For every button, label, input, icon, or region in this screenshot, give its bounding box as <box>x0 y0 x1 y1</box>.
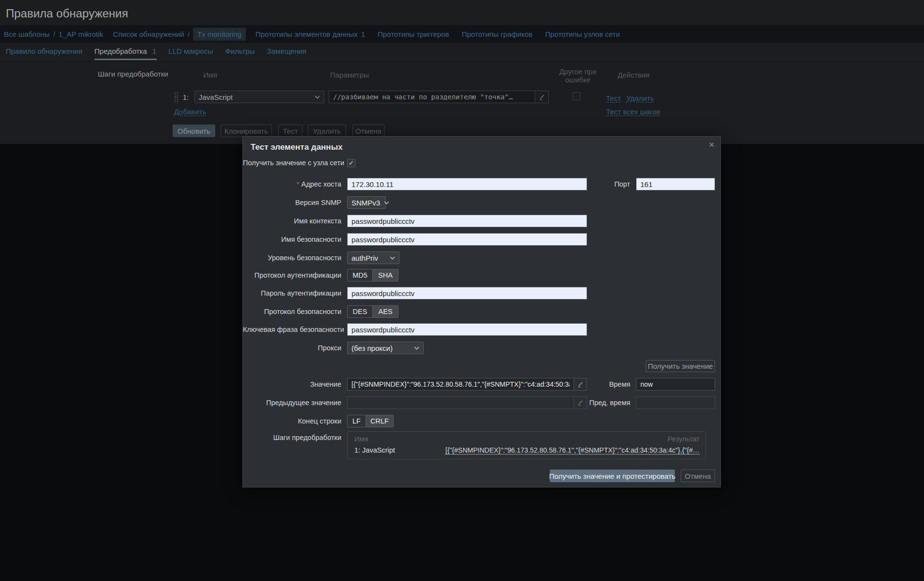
column-header-parameters: Параметры <box>330 71 369 79</box>
tab-overrides[interactable]: Замещения <box>267 47 306 60</box>
proxy-select[interactable]: (без прокси) <box>347 342 424 354</box>
port-label: Порт <box>588 178 630 190</box>
test-all-steps-link[interactable]: Тест всех шагов <box>606 108 660 116</box>
context-name-label: Имя контекста <box>243 215 341 227</box>
on-fail-label-line1: Другое при <box>556 67 600 76</box>
breadcrumb-discovery-list[interactable]: Список обнаружений <box>113 30 184 38</box>
auth-protocol-md5-option[interactable]: MD5 <box>348 269 372 281</box>
steps-column-result: Результат <box>668 435 700 443</box>
tab-preprocessing-label: Предобработка <box>95 47 147 55</box>
breadcrumb-separator: / <box>53 30 55 38</box>
value-input[interactable] <box>347 378 574 391</box>
auth-protocol-segmented: MD5 SHA <box>347 269 398 282</box>
edit-value-pencil-icon[interactable] <box>574 378 587 391</box>
pencil-icon <box>577 381 584 388</box>
required-asterisk: * <box>297 180 300 188</box>
security-name-label: Имя безопасности <box>243 233 341 246</box>
auth-protocol-sha-option[interactable]: SHA <box>372 269 398 281</box>
on-fail-label-line2: ошибке <box>556 76 600 84</box>
add-step-link[interactable]: Добавить <box>174 108 206 116</box>
security-level-label: Уровень безопасности <box>243 251 341 264</box>
privacy-protocol-aes-option[interactable]: AES <box>372 306 398 317</box>
eol-lf-option[interactable]: LF <box>348 415 366 427</box>
privacy-passphrase-label: Ключевая фраза безопасности <box>243 323 341 336</box>
chevron-down-icon <box>384 201 389 204</box>
context-name-input[interactable] <box>347 215 587 227</box>
security-level-select[interactable]: authPriv <box>347 251 399 264</box>
nav-graph-prototypes[interactable]: Прототипы графиков <box>462 30 532 38</box>
host-address-label-text: Адрес хоста <box>302 180 341 188</box>
preprocessing-steps-result-box: Имя Результат 1: JavaScript [{"{#SNMPIND… <box>347 431 706 459</box>
auth-protocol-label: Протокол аутентификации <box>243 269 341 282</box>
step-delete-link[interactable]: Удалить <box>626 94 654 102</box>
on-fail-checkbox[interactable] <box>573 92 581 100</box>
port-input[interactable] <box>636 178 715 190</box>
close-icon[interactable]: ✕ <box>707 140 717 150</box>
get-value-and-test-button[interactable]: Получить значение и протестировать <box>550 470 675 482</box>
tab-discovery-rule[interactable]: Правило обнаружения <box>6 47 82 60</box>
eol-crlf-option[interactable]: CRLF <box>366 415 393 427</box>
page-header: Правила обнаружения <box>0 0 924 25</box>
delete-button[interactable]: Удалить <box>308 125 346 137</box>
end-of-line-label: Конец строки <box>243 415 341 427</box>
cancel-button[interactable]: Отмена <box>352 125 384 137</box>
edit-parameters-pencil-icon[interactable] <box>535 91 549 103</box>
drag-dots-glyph: ⠿ <box>174 96 179 104</box>
step-parameters-input[interactable] <box>329 91 535 103</box>
breadcrumb-template[interactable]: 1_AP mikrotik <box>59 30 103 38</box>
prev-time-input[interactable] <box>636 396 715 409</box>
test-button[interactable]: Тест <box>278 125 303 137</box>
tab-preprocessing[interactable]: Предобработка 1 <box>95 47 157 60</box>
drag-handle-icon[interactable]: ⠿ ⠿ <box>174 93 179 103</box>
dialog-cancel-button[interactable]: Отмена <box>681 470 715 482</box>
host-address-input[interactable] <box>347 178 587 190</box>
zabbix-discovery-rules-page: Правила обнаружения Все шаблоны / 1_AP m… <box>0 0 924 581</box>
step-test-link[interactable]: Тест <box>606 94 621 102</box>
tab-filters[interactable]: Фильтры <box>225 47 255 60</box>
snmp-version-label: Версия SNMP <box>243 196 341 209</box>
step-result-row-name: 1: JavaScript <box>354 446 395 454</box>
chevron-down-icon <box>390 256 395 260</box>
snmp-version-value: SNMPv3 <box>351 199 380 207</box>
chevron-down-icon <box>315 95 320 99</box>
get-value-from-host-checkbox[interactable]: ✓ <box>347 159 355 167</box>
rule-tabs: Правило обнаружения Предобработка 1 LLD … <box>0 43 924 61</box>
pencil-icon <box>539 94 545 100</box>
auth-passphrase-label: Пароль аутентификации <box>243 287 341 299</box>
update-button[interactable]: Обновить <box>173 125 215 137</box>
column-header-actions: Действия <box>618 71 650 79</box>
prev-time-label: Пред. время <box>580 396 630 409</box>
breadcrumb-all-templates[interactable]: Все шаблоны <box>4 30 50 38</box>
get-value-button[interactable]: Получить значение <box>646 360 715 372</box>
privacy-passphrase-input[interactable] <box>347 323 587 336</box>
proxy-label: Прокси <box>243 342 341 354</box>
value-label: Значение <box>243 378 341 391</box>
auth-passphrase-input[interactable] <box>347 287 587 299</box>
clone-button[interactable]: Клонировать <box>221 125 272 137</box>
get-value-from-host-label: Получить значение с узла сети <box>243 157 341 169</box>
end-of-line-segmented: LF CRLF <box>347 415 394 427</box>
snmp-version-select[interactable]: SNMPv3 <box>347 196 386 209</box>
chevron-down-icon <box>414 346 419 350</box>
nav-item-prototypes[interactable]: Прототипы элементов данных <box>255 30 358 38</box>
previous-value-input[interactable] <box>347 396 574 409</box>
breadcrumb: Все шаблоны / 1_AP mikrotik Список обнар… <box>0 25 924 43</box>
security-level-value: authPriv <box>351 254 378 262</box>
step-type-select[interactable]: JavaScript <box>194 91 324 103</box>
privacy-protocol-des-option[interactable]: DES <box>348 306 372 317</box>
time-input[interactable] <box>636 378 715 391</box>
privacy-protocol-label: Протокол безопасности <box>243 305 341 318</box>
test-item-dialog: Тест элемента данных ✕ Получить значение… <box>242 136 721 487</box>
column-header-on-fail: Другое при ошибке <box>556 67 600 84</box>
nav-host-prototypes[interactable]: Прототипы узлов сети <box>545 30 620 38</box>
check-icon: ✓ <box>349 159 354 167</box>
nav-trigger-prototypes[interactable]: Прототипы триггеров <box>378 30 449 38</box>
dialog-title: Тест элемента данных <box>251 142 343 152</box>
step-type-value: JavaScript <box>199 93 233 101</box>
time-label: Время <box>588 378 630 391</box>
item-prototypes-count: 1 <box>361 30 365 38</box>
breadcrumb-discovery-rule-current[interactable]: Tx monitoring <box>193 28 246 41</box>
security-name-input[interactable] <box>347 233 587 246</box>
tab-lld-macros[interactable]: LLD макросы <box>169 47 213 60</box>
step-result-link[interactable]: [{"{#SNMPINDEX}":"96.173.52.80.58.76.1",… <box>446 446 700 454</box>
